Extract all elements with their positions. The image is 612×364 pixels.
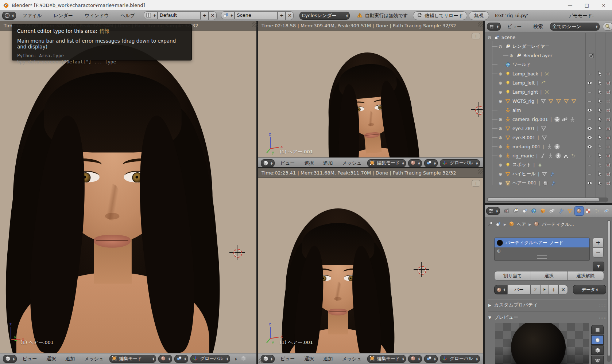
tab-constraints[interactable]	[548, 207, 557, 215]
visibility-closed-icon[interactable]	[586, 162, 593, 168]
pivot-point-select[interactable]: ▲▼	[424, 159, 438, 167]
scene-field[interactable]: Scene	[235, 11, 278, 19]
material-slot-list[interactable]: パーティクルヘアー_ノード ⊕	[494, 238, 590, 261]
selectable-cursor-icon[interactable]	[596, 162, 603, 168]
fake-user-button[interactable]: F	[540, 285, 549, 294]
pivot-point-select[interactable]: ▲▼	[174, 355, 188, 363]
expand-toggle-icon[interactable]: ⊕	[498, 71, 503, 77]
screen-layout-field[interactable]: Default	[158, 11, 201, 19]
editor-type-button[interactable]: ▲▼	[487, 23, 501, 31]
renderable-camera-icon[interactable]	[605, 117, 612, 122]
view-menu[interactable]: ビュー	[277, 160, 299, 167]
add-menu[interactable]: 追加	[62, 356, 78, 362]
pivot-point-select[interactable]: ▲▼	[424, 355, 438, 363]
outliner-hscrollbar[interactable]	[487, 197, 608, 202]
view-menu[interactable]: ビュー	[19, 356, 41, 362]
add-menu[interactable]: 追加	[319, 160, 336, 167]
panel-drag-grip[interactable]: :::::	[599, 316, 607, 320]
selectable-cursor-icon[interactable]	[596, 107, 603, 113]
renderable-camera-icon[interactable]	[605, 98, 612, 104]
selectable-cursor-icon[interactable]	[596, 135, 603, 140]
outliner-item-Scene[interactable]: ⊖Scene	[485, 33, 612, 42]
material-users-count[interactable]: 2	[531, 285, 540, 294]
editor-type-button[interactable]: ▲▼	[486, 207, 500, 215]
properties-vscrollbar[interactable]	[607, 220, 611, 362]
expand-toggle-icon[interactable]: ⊕	[498, 117, 503, 122]
screen-layout-browse[interactable]: ▲▼	[144, 11, 158, 19]
visibility-open-icon[interactable]	[586, 80, 593, 86]
renderable-camera-icon[interactable]	[605, 80, 612, 86]
expand-toggle-icon[interactable]: ⊕	[498, 144, 503, 149]
close-button[interactable]: ×	[595, 0, 612, 10]
file-menu[interactable]: ファイル	[18, 12, 47, 19]
outliner-item-Lamp_right[interactable]: ⊕Lamp_right|	[485, 87, 612, 97]
preview-flat-button[interactable]	[591, 325, 604, 334]
outliner-filter-select[interactable]: 全てのシーン▲▼	[550, 23, 600, 31]
add-menu[interactable]: 追加	[319, 356, 336, 362]
renderable-camera-icon[interactable]	[605, 135, 612, 140]
renderable-camera-icon[interactable]	[605, 162, 612, 168]
renderable-camera-icon[interactable]	[605, 126, 612, 131]
editor-type-button[interactable]: ▲▼	[3, 355, 17, 363]
expand-toggle-icon[interactable]: ⊕	[498, 126, 503, 131]
custom-properties-panel-header[interactable]: ▶ カスタムプロパティ :::::	[488, 301, 607, 309]
slot-add-button[interactable]: +	[593, 238, 604, 247]
tab-material[interactable]	[575, 207, 584, 215]
selectable-cursor-icon[interactable]	[596, 71, 603, 77]
window-menu[interactable]: ウィンドウ	[80, 12, 114, 19]
region-expand-button[interactable]: +	[472, 180, 480, 187]
editor-type-button[interactable]: i▲▼	[2, 12, 16, 20]
renderable-camera-icon[interactable]	[605, 107, 612, 113]
expand-toggle-icon[interactable]: ⊕	[498, 90, 503, 95]
tab-render-layers[interactable]	[511, 207, 520, 215]
expand-toggle-icon[interactable]: ⊕	[498, 99, 503, 104]
expand-toggle-icon[interactable]: ⊖	[487, 35, 492, 40]
maximize-button[interactable]: □	[578, 0, 595, 10]
region-expand-button[interactable]: +	[472, 33, 480, 39]
breadcrumb-material[interactable]: パーティクル...	[542, 222, 574, 228]
expand-toggle-icon[interactable]: ⊕	[498, 153, 503, 158]
orientation-select[interactable]: グローバル▲▼	[190, 355, 230, 363]
tab-object-data[interactable]	[566, 207, 574, 215]
viewport-left[interactable]: Time:02:22.68 | Mem:320.52M, Peak:320.54…	[0, 21, 256, 364]
selectable-cursor-icon[interactable]	[596, 180, 603, 186]
renderable-camera-icon[interactable]	[605, 171, 612, 177]
scene-add-button[interactable]: +	[278, 11, 286, 20]
visibility-closed-icon[interactable]	[586, 98, 593, 104]
orientation-select[interactable]: グローバル▲▼	[440, 355, 480, 363]
breadcrumb-object[interactable]: ヘア	[517, 222, 526, 228]
slot-remove-button[interactable]: −	[593, 248, 604, 258]
visibility-closed-icon[interactable]	[586, 117, 593, 122]
outliner-item-eye.L.001[interactable]: ⊕eye.L.001|	[485, 124, 612, 133]
expand-toggle-icon[interactable]: ⊕	[498, 172, 503, 177]
preview-sphere-button[interactable]	[591, 335, 604, 345]
panel-drag-grip[interactable]: :::::	[599, 303, 607, 307]
visibility-open-icon[interactable]	[586, 144, 593, 149]
material-unlink-button[interactable]: ✕	[558, 285, 568, 294]
outliner-item-camera_rig.001[interactable]: ⊕camera_rig.001|	[485, 115, 612, 124]
slot-expand-icon[interactable]: ⊕	[495, 247, 589, 254]
visibility-open-icon[interactable]	[586, 126, 593, 131]
expand-toggle-icon[interactable]: ⊕	[498, 181, 503, 186]
renderable-camera-icon[interactable]	[605, 180, 612, 186]
tab-render-camera[interactable]	[503, 207, 511, 215]
renderable-camera-icon[interactable]	[605, 153, 612, 158]
editor-type-button[interactable]: ▲▼	[261, 159, 275, 167]
preview-panel-header[interactable]: ▼ プレビュー :::::	[488, 313, 607, 321]
mode-select[interactable]: 編集モード▲▼	[367, 159, 406, 167]
material-browse-icon[interactable]: ▲▼	[494, 285, 507, 294]
reload-trusted-button[interactable]: 信頼してリロード	[413, 11, 467, 20]
outliner-item-Lamp_left[interactable]: ⊕Lamp_left|	[485, 78, 612, 87]
data-browse-dropdown[interactable]: データ▲▼	[573, 285, 606, 294]
ignore-button[interactable]: 無視	[469, 11, 489, 20]
selectable-cursor-icon[interactable]	[596, 126, 603, 131]
selectable-cursor-icon[interactable]	[596, 144, 603, 149]
expand-toggle-icon[interactable]: ⊕	[498, 135, 503, 140]
outliner-item-WGTS_rig[interactable]: ⊕WGTS_rig|	[485, 97, 612, 106]
preview-monkey-button[interactable]	[591, 356, 604, 364]
pin-icon[interactable]	[488, 221, 493, 228]
outliner-view-menu[interactable]: ビュー	[502, 23, 527, 30]
orientation-select[interactable]: グローバル▲▼	[440, 159, 480, 167]
outliner-item-レンダーレイヤー[interactable]: ⊖レンダーレイヤー	[485, 42, 612, 51]
tab-texture[interactable]	[584, 207, 593, 215]
